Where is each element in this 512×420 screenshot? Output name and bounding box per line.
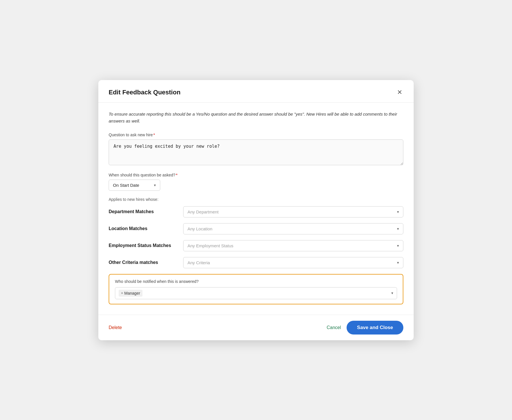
location-row: Location Matches Any Location ▾ (109, 223, 403, 234)
manager-tag: × Manager (119, 290, 142, 297)
employment-chevron-icon: ▾ (397, 244, 399, 248)
department-row: Department Matches Any Department ▾ (109, 206, 403, 217)
other-criteria-label: Other Criteria matches (109, 260, 183, 265)
employment-row: Employment Status Matches Any Employment… (109, 240, 403, 251)
delete-button[interactable]: Delete (109, 325, 122, 330)
other-criteria-chevron-icon: ▾ (397, 260, 399, 265)
when-required-star: * (176, 173, 177, 177)
when-select-value: On Start Date (113, 183, 139, 188)
employment-label: Employment Status Matches (109, 243, 183, 248)
save-close-button[interactable]: Save and Close (347, 321, 403, 335)
notification-label: Who should be notified when this is answ… (115, 279, 397, 284)
other-criteria-placeholder: Any Criteria (187, 260, 210, 265)
notification-chevron-icon: ▾ (391, 291, 393, 295)
location-select-button[interactable]: Any Location ▾ (183, 223, 403, 234)
department-chevron-icon: ▾ (397, 210, 399, 214)
department-select-button[interactable]: Any Department ▾ (183, 206, 403, 217)
when-label: When should this question be asked?* (109, 173, 403, 177)
employment-placeholder: Any Employment Status (187, 243, 233, 248)
modal-title: Edit Feedback Question (109, 89, 181, 96)
when-chevron-icon: ▾ (154, 183, 156, 187)
employment-select-button[interactable]: Any Employment Status ▾ (183, 240, 403, 251)
department-label: Department Matches (109, 209, 183, 214)
location-placeholder: Any Location (187, 226, 212, 231)
location-label: Location Matches (109, 226, 183, 231)
question-label: Question to ask new hire* (109, 133, 403, 137)
close-button[interactable]: ✕ (396, 88, 403, 97)
applies-label: Applies to new hires whose: (109, 197, 403, 202)
question-field-group: Question to ask new hire* Are you feelin… (109, 133, 403, 166)
modal-body: To ensure accurate reporting this should… (98, 103, 414, 315)
notification-tag-select[interactable]: × Manager ▾ (115, 287, 397, 299)
employment-select-wrapper: Any Employment Status ▾ (183, 240, 403, 251)
question-textarea[interactable]: Are you feeling excited by your new role… (109, 139, 403, 165)
department-placeholder: Any Department (187, 209, 218, 214)
manager-tag-label: Manager (124, 291, 140, 295)
modal-footer: Delete Cancel Save and Close (98, 315, 414, 340)
department-select-wrapper: Any Department ▾ (183, 206, 403, 217)
info-text: To ensure accurate reporting this should… (109, 111, 403, 125)
location-select-wrapper: Any Location ▾ (183, 223, 403, 234)
cancel-button[interactable]: Cancel (327, 325, 341, 330)
edit-feedback-modal: Edit Feedback Question ✕ To ensure accur… (98, 80, 414, 340)
location-chevron-icon: ▾ (397, 227, 399, 231)
other-criteria-row: Other Criteria matches Any Criteria ▾ (109, 257, 403, 268)
when-field-group: When should this question be asked?* On … (109, 173, 403, 191)
required-star: * (153, 133, 155, 137)
other-criteria-select-button[interactable]: Any Criteria ▾ (183, 257, 403, 268)
other-criteria-select-wrapper: Any Criteria ▾ (183, 257, 403, 268)
modal-header: Edit Feedback Question ✕ (98, 80, 414, 103)
when-select-button[interactable]: On Start Date ▾ (109, 180, 160, 191)
notification-section: Who should be notified when this is answ… (109, 274, 403, 304)
footer-right-actions: Cancel Save and Close (327, 321, 403, 335)
when-select-wrapper: On Start Date ▾ (109, 180, 160, 191)
manager-tag-remove-button[interactable]: × (121, 291, 123, 295)
